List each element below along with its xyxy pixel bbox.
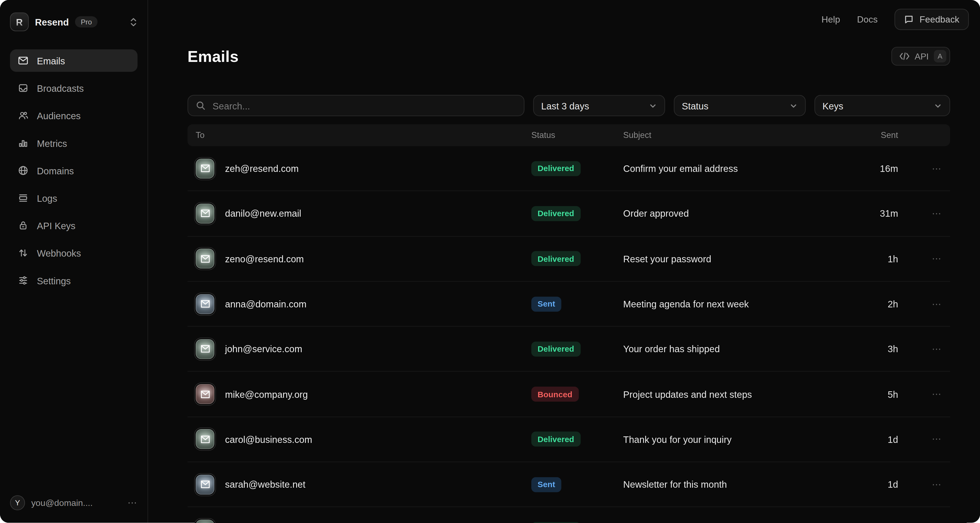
status-badge: Delivered [531, 251, 581, 266]
emails-table: To Status Subject Sent zeh@resend.com De… [188, 124, 950, 523]
sent-time: 16m [829, 163, 898, 174]
help-link[interactable]: Help [822, 14, 840, 24]
table-row[interactable]: john@service.com Delivered Your order ha… [188, 326, 950, 372]
sidebar: R Resend Pro Emails Broadcasts Audiences… [0, 0, 148, 523]
feedback-label: Feedback [920, 14, 959, 24]
page-title: Emails [188, 47, 239, 65]
row-menu-ellipsis-icon[interactable]: ⋯ [898, 434, 942, 445]
sidebar-item-settings[interactable]: Settings [10, 269, 137, 292]
sent-time: 1h [829, 254, 898, 264]
globe-icon [18, 165, 29, 176]
recipient-email: zeh@resend.com [225, 163, 299, 174]
table-row[interactable]: zeh@resend.com Delivered Confirm your em… [188, 146, 950, 191]
docs-link[interactable]: Docs [857, 14, 878, 24]
feedback-icon [904, 14, 914, 24]
sidebar-item-webhooks[interactable]: Webhooks [10, 242, 137, 264]
app-window: R Resend Pro Emails Broadcasts Audiences… [0, 0, 980, 523]
sent-time: 31m [829, 208, 898, 219]
table-row[interactable]: zeno@resend.com Delivered Reset your pas… [188, 236, 950, 282]
envelope-tile-icon [196, 384, 215, 404]
filter-bar: Last 3 days Status Keys [188, 95, 950, 116]
user-menu-ellipsis-icon[interactable]: ⋯ [127, 498, 137, 509]
column-sent: Sent [829, 131, 898, 140]
chevron-down-icon [789, 101, 797, 110]
bar-chart-icon [18, 138, 29, 149]
sidebar-item-broadcasts[interactable]: Broadcasts [10, 77, 137, 99]
status-value: Status [682, 100, 708, 111]
envelope-tile-icon [196, 339, 215, 359]
row-menu-ellipsis-icon[interactable]: ⋯ [898, 298, 942, 309]
lock-icon [18, 220, 29, 231]
table-row[interactable]: danilo@new.email Delivered Order approve… [188, 191, 950, 236]
workspace-switcher[interactable]: R Resend Pro [10, 11, 137, 32]
row-menu-ellipsis-icon[interactable]: ⋯ [898, 253, 942, 264]
sidebar-nav: Emails Broadcasts Audiences Metrics Doma… [10, 49, 137, 297]
email-subject: Project updates and next steps [623, 389, 829, 399]
code-icon [900, 52, 910, 60]
table-row[interactable]: carol@business.com Delivered Thank you f… [188, 417, 950, 462]
row-menu-ellipsis-icon[interactable]: ⋯ [898, 208, 942, 219]
email-subject: Order approved [623, 208, 829, 219]
status-badge: Sent [531, 477, 562, 492]
search-input[interactable] [211, 100, 516, 112]
status-badge: Delivered [531, 432, 581, 447]
status-badge: Delivered [531, 161, 581, 176]
chevron-up-down-icon[interactable] [129, 17, 137, 27]
envelope-tile-icon [196, 520, 215, 523]
table-row[interactable]: sarah@website.net Sent Newsletter for th… [188, 462, 950, 507]
sidebar-item-api-keys[interactable]: API Keys [10, 214, 137, 237]
table-body: zeh@resend.com Delivered Confirm your em… [188, 146, 950, 523]
sent-time: 3h [829, 344, 898, 354]
resend-logo-letter: R [16, 17, 23, 27]
date-range-dropdown[interactable]: Last 3 days [533, 95, 665, 116]
status-dropdown[interactable]: Status [674, 95, 805, 116]
chevron-down-icon [934, 101, 942, 110]
column-subject: Subject [623, 131, 829, 140]
sidebar-item-metrics[interactable]: Metrics [10, 132, 137, 154]
keys-dropdown[interactable]: Keys [814, 95, 950, 116]
row-menu-ellipsis-icon[interactable]: ⋯ [898, 479, 942, 490]
arrows-up-down-icon [18, 247, 29, 258]
table-row[interactable]: anna@domain.com Sent Meeting agenda for … [188, 282, 950, 326]
avatar: Y [10, 496, 25, 510]
search-box[interactable] [188, 95, 524, 116]
status-badge: Sent [531, 296, 562, 311]
api-button-label: API [915, 51, 929, 61]
recipient-email: carol@business.com [225, 434, 312, 445]
topbar: Help Docs Feedback [148, 9, 969, 30]
column-status: Status [531, 131, 623, 140]
user-email: you@domain.... [31, 498, 93, 508]
recipient-email: zeno@resend.com [225, 254, 304, 264]
api-shortcut-key: A [934, 50, 946, 62]
email-subject: Confirm your email address [623, 163, 829, 174]
status-badge: Bounced [531, 387, 579, 402]
content: Emails API A [148, 30, 980, 523]
table-row[interactable]: Delivered ⋯ [188, 507, 950, 523]
sent-time: 1d [829, 479, 898, 490]
sidebar-item-logs[interactable]: Logs [10, 187, 137, 209]
table-row[interactable]: mike@company.org Bounced Project updates… [188, 372, 950, 417]
row-menu-ellipsis-icon[interactable]: ⋯ [898, 163, 942, 174]
resend-logo: R [10, 13, 29, 31]
sidebar-item-emails[interactable]: Emails [10, 49, 137, 72]
main-area: Help Docs Feedback Emails [148, 0, 980, 523]
sidebar-item-domains[interactable]: Domains [10, 159, 137, 182]
recipient-email: anna@domain.com [225, 298, 307, 309]
sidebar-item-audiences[interactable]: Audiences [10, 104, 137, 127]
recipient-email: danilo@new.email [225, 208, 301, 219]
plan-badge: Pro [75, 16, 97, 27]
mail-icon [18, 55, 29, 66]
table-header: To Status Subject Sent [188, 124, 950, 146]
keys-value: Keys [822, 100, 843, 111]
brand-name: Resend [35, 17, 69, 27]
status-badge: Delivered [531, 206, 581, 221]
status-badge: Delivered [531, 342, 581, 357]
row-menu-ellipsis-icon[interactable]: ⋯ [898, 388, 942, 400]
feedback-button[interactable]: Feedback [895, 9, 969, 30]
envelope-tile-icon [196, 204, 215, 224]
api-button[interactable]: API A [891, 47, 950, 66]
row-menu-ellipsis-icon[interactable]: ⋯ [898, 344, 942, 355]
account-switcher[interactable]: Y you@domain.... ⋯ [10, 496, 137, 510]
chevron-down-icon [649, 101, 657, 110]
envelope-tile-icon [196, 429, 215, 449]
